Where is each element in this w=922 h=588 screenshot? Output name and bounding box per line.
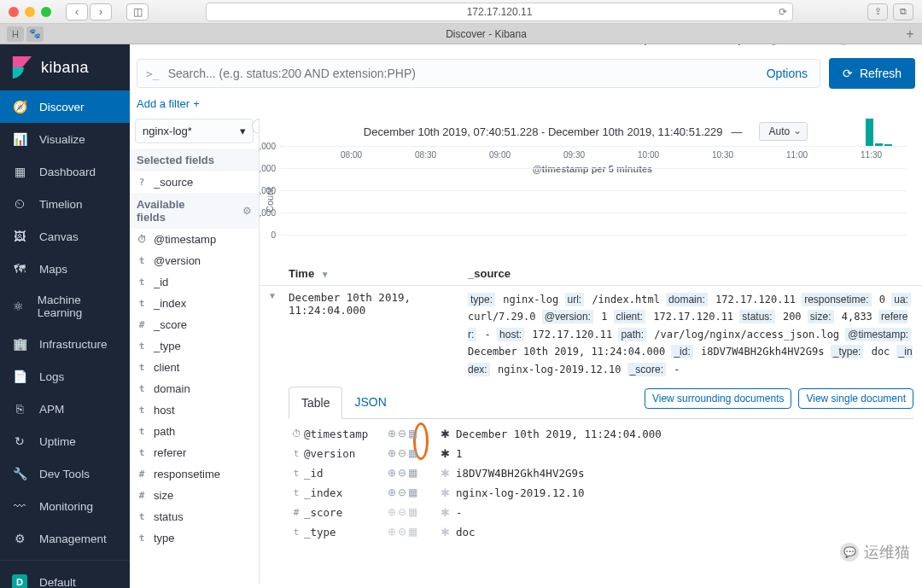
time-interval[interactable]: 12 hours [782,44,826,45]
star-icon[interactable]: ✱ [441,428,456,440]
sidebar-item-timelion[interactable]: ⏲Timelion [0,188,130,220]
tab-json[interactable]: JSON [342,387,398,417]
zoom-out-icon[interactable]: ⊖ [398,526,406,538]
sidebar-item-maps[interactable]: 🗺Maps [0,253,130,285]
star-icon[interactable]: ✱ [441,526,456,539]
uptime-icon: ↻ [12,434,27,449]
field--type[interactable]: t_type [130,335,259,357]
column-toggle-icon[interactable]: ▦ [408,447,417,459]
star-icon[interactable]: ✱ [441,447,456,460]
star-icon[interactable]: ✱ [441,506,456,519]
field-referer[interactable]: treferer [130,442,259,463]
favorite-1[interactable]: H [7,26,24,42]
sidebar-item-apm[interactable]: ⎘APM [0,393,130,425]
field-client[interactable]: tclient [130,357,259,378]
window-minimize[interactable] [25,7,35,17]
expand-row-toggle[interactable]: ▼ [268,291,289,378]
nav-forward[interactable]: › [90,3,112,20]
toolbar-inspect[interactable]: Inspect [723,44,759,45]
field--source[interactable]: ?_source [130,172,259,193]
zoom-in-icon[interactable]: ⊕ [388,506,396,518]
histogram-chart[interactable]: 05,00010,00015,00020,000 [280,146,907,147]
sidebar-item-canvas[interactable]: 🖼Canvas [0,220,130,253]
histogram-bar[interactable] [875,143,883,146]
window-maximize[interactable] [41,7,51,17]
sidebar-item-visualize[interactable]: 📊Visualize [0,123,130,155]
field-size[interactable]: #size [130,485,259,506]
column-toggle-icon[interactable]: ▦ [408,486,417,498]
field-domain[interactable]: tdomain [130,378,259,399]
view-single-link[interactable]: View single document [798,388,913,409]
sidebar-toggle-icon[interactable]: ◫ [126,3,149,20]
column-toggle-icon[interactable]: ▦ [408,467,417,479]
new-tab-button[interactable]: + [902,26,919,42]
star-icon[interactable]: ✱ [441,467,456,480]
zoom-out-icon[interactable]: ⊖ [398,447,406,459]
zoom-out-icon[interactable]: ⊖ [398,506,406,518]
toolbar-save[interactable]: Save [595,44,621,45]
interval-select[interactable]: Auto [759,122,808,141]
add-filter-link[interactable]: Add a filter + [137,97,200,110]
column-toggle-icon[interactable]: ▦ [408,506,417,518]
sidebar-item-monitoring[interactable]: 〰Monitoring [0,490,130,522]
search-input-wrap[interactable]: >_ Options [137,59,820,88]
histogram-bar[interactable] [866,119,873,146]
col-source-header[interactable]: _source [468,267,913,280]
histogram-bar[interactable] [884,144,892,146]
nav-back[interactable]: ‹ [66,3,88,20]
field--version[interactable]: t@version [130,250,259,271]
sidebar-item-machine-learning[interactable]: ⚛Machine Learning [0,285,130,328]
url-bar[interactable]: 172.17.120.11 ⟳ [206,3,793,21]
search-input[interactable] [168,67,755,80]
field-path[interactable]: tpath [130,421,259,442]
zoom-in-icon[interactable]: ⊕ [388,428,396,440]
column-toggle-icon[interactable]: ▦ [408,428,417,440]
sidebar-item-discover[interactable]: 🧭Discover [0,90,130,123]
gear-icon[interactable]: ⚙ [242,205,252,217]
field--score[interactable]: #_score [130,314,259,335]
sidebar-item-management[interactable]: ⚙Management [0,522,130,555]
field-type[interactable]: ttype [130,527,259,549]
zoom-in-icon[interactable]: ⊕ [388,526,396,538]
share-icon[interactable]: ⇪ [867,3,888,20]
search-options[interactable]: Options [763,67,811,80]
refresh-button[interactable]: ⟳ Refresh [829,58,915,89]
sidebar-item-dashboard[interactable]: ▦Dashboard [0,155,130,188]
sidebar-item-default[interactable]: DDefault [0,566,130,588]
tab-table[interactable]: Table [289,387,342,419]
field-status[interactable]: tstatus [130,506,259,527]
index-pattern-select[interactable]: nginx-log* ▾ [135,119,254,143]
view-surrounding-link[interactable]: View surrounding documents [645,388,792,409]
sidebar-item-logs[interactable]: 📄Logs [0,360,130,393]
field-name: _score [304,506,388,519]
window-close[interactable] [9,7,19,17]
toolbar-share[interactable]: Share [678,44,708,45]
star-icon[interactable]: ✱ [441,486,456,499]
field--id[interactable]: t_id [130,271,259,293]
zoom-in-icon[interactable]: ⊕ [388,467,396,479]
toolbar-open[interactable]: Open [635,44,662,45]
column-toggle-icon[interactable]: ▦ [408,526,417,538]
sidebar-item-infrastructure[interactable]: 🏢Infrastructure [0,328,130,360]
field-name: referer [154,446,186,459]
tabs-icon[interactable]: ⧉ [893,3,913,20]
field-name: _score [154,318,187,331]
zoom-in-icon[interactable]: ⊕ [388,447,396,459]
kibana-logo[interactable]: kibana [0,44,130,90]
zoom-out-icon[interactable]: ⊖ [398,428,406,440]
field-host[interactable]: thost [130,399,259,421]
field-type-icon: t [137,298,147,309]
time-range[interactable]: Last 4 hours [854,44,915,45]
zoom-out-icon[interactable]: ⊖ [398,486,406,498]
sidebar-item-dev-tools[interactable]: 🔧Dev Tools [0,457,130,490]
sidebar-item-uptime[interactable]: ↻Uptime [0,425,130,457]
field--timestamp[interactable]: ⏱@timestamp [130,229,259,250]
favorite-2[interactable]: 🐾 [26,26,44,42]
col-time-header[interactable]: Time ▼ [289,267,468,280]
field--index[interactable]: t_index [130,293,259,314]
toolbar-new[interactable]: New [557,44,580,45]
field-responsetime[interactable]: #responsetime [130,463,259,485]
zoom-in-icon[interactable]: ⊕ [388,486,396,498]
zoom-out-icon[interactable]: ⊖ [398,467,406,479]
reload-icon[interactable]: ⟳ [779,6,787,18]
